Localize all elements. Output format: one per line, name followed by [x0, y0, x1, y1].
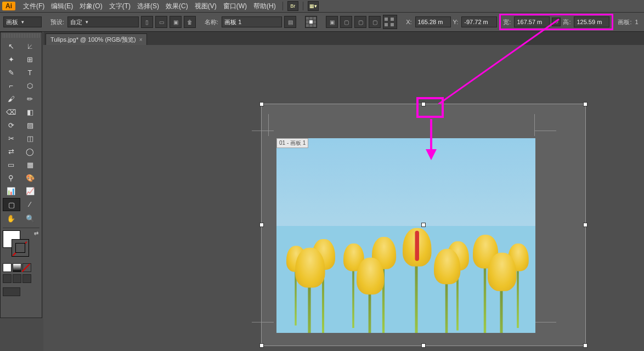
preset-label: 预设:: [50, 18, 64, 26]
menu-effect[interactable]: 效果(C): [166, 2, 188, 11]
shape-builder-tool[interactable]: ⇄: [3, 145, 19, 157]
reference-point-grid[interactable]: [305, 16, 317, 28]
svg-marker-1: [426, 149, 437, 160]
panel-grip[interactable]: [3, 33, 39, 38]
symbol-tool[interactable]: 📊: [3, 185, 19, 197]
menu-help[interactable]: 帮助(H): [253, 2, 276, 11]
stroke-swatch[interactable]: [12, 239, 29, 257]
menu-edit[interactable]: 编辑(E): [51, 2, 73, 11]
resize-handle-ml[interactable]: [259, 223, 264, 227]
hand-tool[interactable]: ✋: [3, 212, 19, 224]
screen-mode-row: [1, 272, 42, 285]
shape-tool[interactable]: ⬡: [22, 80, 38, 92]
eyedropper-tool[interactable]: ⚲: [3, 172, 19, 184]
direct-selection-tool[interactable]: ⟀: [22, 40, 38, 52]
scale-tool[interactable]: ▨: [22, 119, 38, 131]
name-input[interactable]: 画板 1: [222, 16, 282, 27]
selection-tool[interactable]: ↖: [3, 40, 19, 52]
blob-brush-tool[interactable]: ◧: [22, 106, 38, 118]
screen-mode-button[interactable]: [3, 287, 20, 296]
workspace: ↖ ⟀ ✦ ⊞ ✎ T ⌐ ⬡ 🖌 ✏ ⌫ ◧ ⟳ ▨ ✂ ◫ ⇄ ◯ ▭ ▦ …: [0, 32, 644, 351]
pencil-tool[interactable]: ✏: [22, 93, 38, 105]
delete-artboard-button[interactable]: 🗑: [184, 16, 196, 28]
mesh-tool[interactable]: ▭: [3, 158, 19, 171]
menu-file[interactable]: 文件(F): [23, 2, 44, 11]
name-label: 名称:: [205, 18, 218, 26]
eraser-tool[interactable]: ⌫: [3, 106, 19, 118]
rotate-tool[interactable]: ⟳: [3, 119, 19, 131]
zoom-tool[interactable]: 🔍: [22, 212, 38, 224]
new-artboard-button[interactable]: ▣: [170, 16, 182, 28]
width-tool[interactable]: ✂: [3, 132, 19, 144]
document-tab[interactable]: Tulips.jpg* @ 100% (RGB/预览) ×: [46, 33, 147, 45]
slice-tool[interactable]: ⁄: [22, 198, 38, 210]
artboard-tool[interactable]: ▢: [3, 198, 20, 211]
blend-tool[interactable]: 🎨: [22, 172, 38, 184]
magic-wand-tool[interactable]: ✦: [3, 53, 19, 65]
align-left-button[interactable]: ▢: [340, 16, 352, 28]
artboard-count-label: 画板:: [618, 18, 631, 26]
center-handle[interactable]: [421, 223, 426, 227]
artboard-selection[interactable]: [261, 104, 586, 346]
artboard-options-button[interactable]: ▤: [284, 16, 296, 28]
graph-tool[interactable]: 📈: [22, 185, 38, 197]
fill-solid-button[interactable]: [3, 263, 12, 272]
x-label: X:: [406, 19, 411, 25]
line-tool[interactable]: ⌐: [3, 80, 19, 92]
section-dropdown[interactable]: 画板: [3, 16, 42, 27]
resize-handle-bm[interactable]: [421, 343, 426, 348]
color-swatches: ⇄: [1, 229, 42, 263]
move-with-art-button[interactable]: ▣: [326, 16, 338, 28]
align-right-button[interactable]: ▢: [369, 16, 381, 28]
close-icon[interactable]: ×: [139, 37, 143, 43]
preset-dropdown[interactable]: 自定: [67, 16, 139, 27]
annotation-arrow-down: [426, 119, 442, 163]
artboard-count-value: 1: [635, 19, 639, 25]
grid-button[interactable]: [383, 15, 397, 29]
align-center-button[interactable]: ▢: [354, 16, 366, 28]
svg-line-2: [438, 19, 559, 104]
resize-handle-br[interactable]: [583, 343, 587, 348]
arrange-icon[interactable]: ▦▾: [308, 1, 319, 11]
canvas[interactable]: 01 - 画板 1: [43, 45, 644, 351]
resize-handle-mr[interactable]: [583, 223, 587, 227]
annotation-connector-line: [438, 16, 581, 104]
orientation-portrait-button[interactable]: ▯: [141, 16, 153, 28]
perspective-tool[interactable]: ◯: [22, 145, 38, 157]
draw-normal-button[interactable]: [3, 274, 12, 283]
free-transform-tool[interactable]: ◫: [22, 132, 38, 144]
tab-title: Tulips.jpg* @ 100% (RGB/预览): [50, 36, 136, 44]
menu-view[interactable]: 视图(V): [195, 2, 217, 11]
resize-handle-bl[interactable]: [259, 343, 264, 348]
brush-tool[interactable]: 🖌: [3, 93, 19, 105]
app-logo: Ai: [2, 2, 15, 10]
orientation-landscape-button[interactable]: ▭: [155, 16, 167, 28]
menu-select[interactable]: 选择(S): [137, 2, 159, 11]
bridge-icon[interactable]: Br: [287, 1, 298, 11]
fill-mode-row: [1, 263, 42, 272]
resize-handle-tr[interactable]: [583, 102, 587, 106]
menu-text[interactable]: 文字(T): [109, 2, 131, 11]
swap-fill-stroke-icon[interactable]: ⇄: [34, 230, 38, 236]
fill-gradient-button[interactable]: [13, 263, 21, 272]
type-tool[interactable]: T: [22, 66, 38, 78]
pen-tool[interactable]: ✎: [3, 66, 19, 78]
fill-none-button[interactable]: [22, 263, 31, 272]
tool-panel: ↖ ⟀ ✦ ⊞ ✎ T ⌐ ⬡ 🖌 ✏ ⌫ ◧ ⟳ ▨ ✂ ◫ ⇄ ◯ ▭ ▦ …: [0, 32, 42, 318]
lasso-tool[interactable]: ⊞: [22, 53, 38, 65]
menu-window[interactable]: 窗口(W): [223, 2, 247, 11]
draw-behind-button[interactable]: [13, 274, 21, 283]
gradient-tool[interactable]: ▦: [22, 158, 38, 171]
resize-handle-tl[interactable]: [259, 102, 264, 106]
draw-inside-button[interactable]: [22, 274, 31, 283]
menu-bar: Ai 文件(F) 编辑(E) 对象(O) 文字(T) 选择(S) 效果(C) 视…: [0, 0, 644, 13]
menu-object[interactable]: 对象(O): [80, 2, 102, 11]
